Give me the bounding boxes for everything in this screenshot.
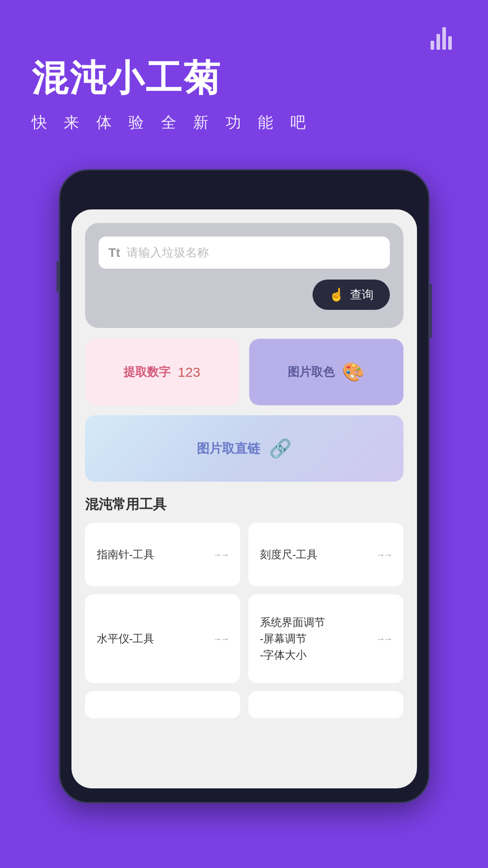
search-button-label: 查询 — [350, 287, 374, 303]
tools-row: 提取数字 123 图片取色 🎨 — [85, 339, 403, 405]
search-input-row[interactable]: Tt 请输入垃圾名称 — [99, 237, 390, 269]
compass-arrow: →→ — [213, 550, 228, 560]
phone-mockup: Tt 请输入垃圾名称 ☝ 查询 提取数字 123 — [59, 169, 430, 803]
level-arrow: →→ — [213, 634, 228, 644]
extract-number-label: 提取数字 — [123, 364, 171, 380]
level-label: 水平仪-工具 — [97, 631, 155, 647]
image-color-card[interactable]: 图片取色 🎨 — [249, 339, 403, 405]
app-subtitle: 快 来 体 验 全 新 功 能 吧 — [32, 112, 456, 133]
number-icon: 123 — [178, 365, 200, 380]
search-button[interactable]: ☝ 查询 — [313, 280, 390, 310]
image-link-label: 图片取直链 — [197, 440, 260, 457]
touch-icon: ☝ — [329, 287, 345, 302]
palette-icon: 🎨 — [342, 361, 365, 383]
bottom-card-left — [85, 691, 240, 718]
image-link-card[interactable]: 图片取直链 🔗 — [85, 415, 403, 482]
system-ui-arrow: →→ — [376, 634, 392, 644]
bottom-card-right — [248, 691, 403, 718]
sound-bars-icon — [431, 27, 452, 50]
system-ui-tool[interactable]: 系统界面调节 -屏幕调节 -字体大小 →→ — [248, 594, 403, 683]
phone-notch — [194, 184, 294, 200]
bar3 — [442, 27, 446, 50]
bar1 — [431, 41, 434, 50]
extract-number-card[interactable]: 提取数字 123 — [85, 339, 239, 405]
app-title: 混沌小工菊 — [32, 54, 456, 103]
bottom-partial-row — [85, 691, 403, 718]
search-card: Tt 请输入垃圾名称 ☝ 查询 — [85, 223, 403, 328]
compass-label: 指南针-工具 — [97, 546, 155, 563]
phone-container: Tt 请输入垃圾名称 ☝ 查询 提取数字 123 — [0, 169, 488, 803]
system-ui-label: 系统界面调节 -屏幕调节 -字体大小 — [260, 614, 325, 663]
header-area: 混沌小工菊 快 来 体 验 全 新 功 能 吧 — [0, 0, 488, 160]
bar2 — [436, 34, 440, 50]
link-icon: 🔗 — [269, 438, 292, 459]
phone-screen: Tt 请输入垃圾名称 ☝ 查询 提取数字 123 — [71, 209, 417, 788]
tools-grid: 指南针-工具 →→ 刻度尺-工具 →→ 水平仪-工具 →→ 系统界面调节 -屏幕… — [85, 523, 403, 683]
image-color-label: 图片取色 — [288, 364, 335, 380]
tt-icon: Tt — [109, 246, 120, 260]
ruler-arrow: →→ — [376, 550, 392, 560]
section-title: 混沌常用工具 — [85, 495, 403, 514]
search-placeholder-text: 请输入垃圾名称 — [127, 245, 209, 261]
level-tool[interactable]: 水平仪-工具 →→ — [85, 594, 240, 683]
bar4 — [448, 36, 452, 50]
compass-tool[interactable]: 指南针-工具 →→ — [85, 523, 240, 586]
ruler-tool[interactable]: 刻度尺-工具 →→ — [248, 523, 403, 586]
ruler-label: 刻度尺-工具 — [260, 546, 318, 563]
search-button-row: ☝ 查询 — [99, 280, 390, 310]
